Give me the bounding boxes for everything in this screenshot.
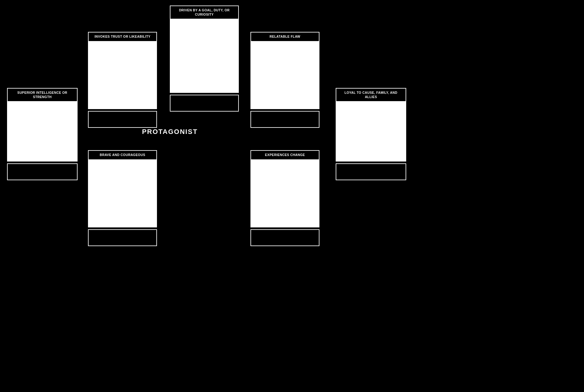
card-label-loyal-to-cause: LOYAL TO CAUSE, FAMILY, AND ALLIES xyxy=(336,88,406,102)
card-label-relatable-flaw: RELATABLE FLAW xyxy=(250,32,319,42)
card-image-brave-courageous xyxy=(88,160,157,227)
card-text-experiences-change[interactable] xyxy=(250,229,319,246)
card-loyal-to-cause: LOYAL TO CAUSE, FAMILY, AND ALLIES xyxy=(336,88,406,180)
card-label-driven-by-goal: DRIVEN BY A GOAL, DUTY, OR CURIOSITY xyxy=(170,6,239,19)
card-brave-courageous: BRAVE AND COURAGEOUS xyxy=(88,150,157,246)
card-label-invokes-trust: INVOKES TRUST OR LIKEABILITY xyxy=(88,32,157,42)
main-scene: SUPERIOR INTELLIGENCE OR STRENGTH INVOKE… xyxy=(0,0,584,392)
card-text-loyal-to-cause[interactable] xyxy=(336,163,406,180)
card-text-superior-intelligence[interactable] xyxy=(7,163,78,180)
card-label-experiences-change: EXPERIENCES CHANGE xyxy=(250,150,319,160)
card-image-relatable-flaw xyxy=(250,42,319,109)
card-label-superior-intelligence: SUPERIOR INTELLIGENCE OR STRENGTH xyxy=(7,88,78,102)
card-label-brave-courageous: BRAVE AND COURAGEOUS xyxy=(88,150,157,160)
card-superior-intelligence: SUPERIOR INTELLIGENCE OR STRENGTH xyxy=(7,88,78,180)
card-experiences-change: EXPERIENCES CHANGE xyxy=(250,150,319,246)
protagonist-title: PROTAGONIST xyxy=(136,128,204,136)
card-text-relatable-flaw[interactable] xyxy=(250,111,319,128)
card-image-experiences-change xyxy=(250,160,319,227)
card-driven-by-goal: DRIVEN BY A GOAL, DUTY, OR CURIOSITY xyxy=(170,6,239,112)
card-image-loyal-to-cause xyxy=(336,102,406,162)
card-image-superior-intelligence xyxy=(7,102,78,162)
card-text-invokes-trust[interactable] xyxy=(88,111,157,128)
card-image-driven-by-goal xyxy=(170,19,239,93)
card-invokes-trust: INVOKES TRUST OR LIKEABILITY xyxy=(88,32,157,128)
card-text-brave-courageous[interactable] xyxy=(88,229,157,246)
card-relatable-flaw: RELATABLE FLAW xyxy=(250,32,319,128)
card-text-driven-by-goal[interactable] xyxy=(170,95,239,112)
card-image-invokes-trust xyxy=(88,42,157,109)
